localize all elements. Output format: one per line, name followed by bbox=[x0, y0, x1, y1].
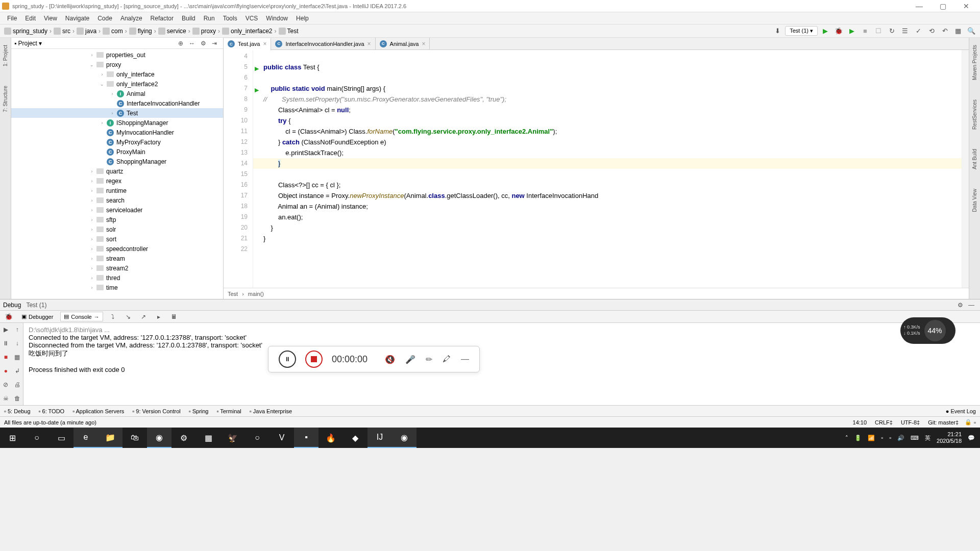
project-tree[interactable]: ›properties_out⌄proxy›only_interface⌄onl… bbox=[11, 49, 223, 299]
tree-item-test[interactable]: ›CTest bbox=[11, 108, 223, 118]
softwrap-icon[interactable]: ↲ bbox=[12, 364, 23, 378]
menu-window[interactable]: Window bbox=[262, 15, 292, 22]
pause-record-button[interactable]: ⏸ bbox=[279, 350, 296, 368]
settings-icon[interactable]: ⚙ bbox=[172, 428, 196, 448]
tree-item-animal[interactable]: ›IAnimal bbox=[11, 89, 223, 98]
breadcrumb-spring_study[interactable]: spring_study bbox=[3, 28, 48, 35]
step-out-icon[interactable]: ↗ bbox=[138, 311, 149, 322]
hide-icon[interactable]: ⇥ bbox=[209, 38, 220, 49]
tree-item-thred[interactable]: ›thred bbox=[11, 273, 223, 283]
console-output[interactable]: D:\soft\jdk\jdk1.8\bin\java ...Connected… bbox=[23, 323, 980, 405]
close-tab-icon[interactable]: × bbox=[263, 40, 266, 47]
pen-off-icon[interactable]: ✏ bbox=[426, 355, 432, 364]
app5-icon[interactable]: 🔥 bbox=[318, 428, 343, 448]
vcs-history-icon[interactable]: ⟲ bbox=[926, 26, 937, 37]
tool-5-debug[interactable]: ▫ 5: Debug bbox=[4, 408, 31, 414]
chrome-icon[interactable]: ◉ bbox=[147, 428, 172, 448]
menu-navigate[interactable]: Navigate bbox=[61, 15, 93, 22]
structure-icon[interactable]: ▦ bbox=[952, 26, 964, 37]
step-into-icon[interactable]: ↘ bbox=[122, 311, 134, 322]
cortana-icon[interactable]: ○ bbox=[24, 428, 49, 448]
evaluate-icon[interactable]: 🖩 bbox=[168, 311, 180, 322]
tool-spring[interactable]: ▫ Spring bbox=[189, 408, 209, 414]
app3-icon[interactable]: ○ bbox=[245, 428, 270, 448]
tool-application-servers[interactable]: ▫ Application Servers bbox=[72, 408, 124, 414]
tab-animal[interactable]: CAnimal.java× bbox=[376, 38, 430, 50]
tree-item-stream2[interactable]: ›stream2 bbox=[11, 263, 223, 273]
event-log[interactable]: ● Event Log bbox=[946, 408, 976, 414]
mic-icon[interactable]: 🎤 bbox=[405, 355, 415, 364]
tree-item-stream[interactable]: ›stream bbox=[11, 254, 223, 263]
make-icon[interactable]: ⬇ bbox=[772, 26, 783, 37]
app2-icon[interactable]: 🦅 bbox=[220, 428, 245, 448]
tree-item-solr[interactable]: ›solr bbox=[11, 224, 223, 234]
ant-tool-tab[interactable]: Ant Build bbox=[972, 147, 977, 171]
menu-edit[interactable]: Edit bbox=[21, 15, 40, 22]
debug-hide-icon[interactable]: — bbox=[966, 299, 977, 311]
menu-vcs[interactable]: VCS bbox=[241, 15, 262, 22]
tree-item-sftp[interactable]: ›sftp bbox=[11, 215, 223, 224]
tree-item-runtime[interactable]: ›runtime bbox=[11, 186, 223, 195]
debug-button[interactable]: 🐞 bbox=[833, 26, 844, 37]
maven-tool-tab[interactable]: Maven Projects bbox=[972, 43, 977, 82]
run-button[interactable]: ▶ bbox=[820, 26, 831, 37]
search-icon[interactable]: 🔍 bbox=[966, 26, 977, 37]
bc-method[interactable]: main() bbox=[248, 291, 264, 297]
tree-item-sort[interactable]: ›sort bbox=[11, 234, 223, 244]
tree-item-properties_out[interactable]: ›properties_out bbox=[11, 50, 223, 60]
vcs-branch-icon[interactable]: ☰ bbox=[899, 26, 911, 37]
menu-refactor[interactable]: Refactor bbox=[146, 15, 178, 22]
tree-item-serviceloader[interactable]: ›serviceloader bbox=[11, 205, 223, 215]
settings-icon[interactable]: ⚙ bbox=[198, 38, 209, 49]
tree-item-myproxyfactory[interactable]: CMyProxyFactory bbox=[11, 137, 223, 147]
minimize-button[interactable]: — bbox=[908, 1, 931, 12]
menu-help[interactable]: Help bbox=[292, 15, 313, 22]
start-button[interactable]: ⊞ bbox=[0, 428, 24, 448]
recorder-app-icon[interactable]: ◉ bbox=[392, 428, 416, 448]
console-tab[interactable]: ▤ Console → bbox=[60, 312, 103, 321]
stop-button[interactable]: ■ bbox=[860, 26, 871, 37]
status-more-icon[interactable]: ▫ bbox=[974, 419, 976, 425]
explorer-icon[interactable]: 📁 bbox=[98, 428, 122, 448]
breadcrumb-flying[interactable]: flying bbox=[128, 28, 153, 35]
code-editor[interactable]: public class Test { public static void m… bbox=[253, 50, 962, 288]
vcs-push-icon[interactable]: ✓ bbox=[913, 26, 924, 37]
edge-icon[interactable]: e bbox=[74, 428, 98, 448]
menu-run[interactable]: Run bbox=[200, 15, 219, 22]
trash-icon[interactable]: 🗑 bbox=[12, 391, 23, 405]
power-icon[interactable]: 🔋 bbox=[854, 435, 862, 441]
close-tab-icon[interactable]: × bbox=[422, 40, 425, 47]
coverage-button[interactable]: ▶ bbox=[846, 26, 857, 37]
tree-item-proxy[interactable]: ⌄proxy bbox=[11, 60, 223, 69]
locate-icon[interactable]: ⊕ bbox=[175, 38, 186, 49]
resume-icon[interactable]: ▶ bbox=[0, 323, 12, 337]
tree-item-search[interactable]: ›search bbox=[11, 195, 223, 205]
update-button[interactable]: ↻ bbox=[886, 26, 897, 37]
breadcrumb-proxy[interactable]: proxy bbox=[191, 28, 217, 35]
tool-terminal[interactable]: ▫ Terminal bbox=[216, 408, 241, 414]
close-tab-icon[interactable]: × bbox=[368, 40, 371, 47]
menu-build[interactable]: Build bbox=[178, 15, 200, 22]
breadcrumb-only_interface2[interactable]: only_interface2 bbox=[221, 28, 273, 35]
menu-file[interactable]: File bbox=[3, 15, 21, 22]
terminal-icon[interactable]: ▪ bbox=[294, 428, 318, 448]
debugger-tab[interactable]: ▣ Debugger bbox=[18, 312, 56, 321]
menu-view[interactable]: View bbox=[40, 15, 61, 22]
run-to-cursor-icon[interactable]: ▸ bbox=[153, 311, 164, 322]
attach-button[interactable]: ☐ bbox=[873, 26, 884, 37]
kill-icon[interactable]: ☠ bbox=[0, 391, 12, 405]
rerun-icon[interactable]: 🐞 bbox=[3, 311, 14, 322]
line-ending[interactable]: CRLF‡ bbox=[875, 419, 893, 425]
tree-item-interfaceinvocationhandler[interactable]: CInterfaceInvocationHandler bbox=[11, 98, 223, 108]
tree-item-shoppingmanager[interactable]: CShoppingManager bbox=[11, 157, 223, 166]
pause-icon[interactable]: ⏸ bbox=[0, 337, 12, 350]
breadcrumb-test[interactable]: Test bbox=[278, 28, 300, 35]
tree-item-speedcontroller[interactable]: ›speedcontroller bbox=[11, 244, 223, 254]
mute-icon[interactable]: ⊘ bbox=[0, 378, 12, 391]
print-icon[interactable]: 🖨 bbox=[12, 378, 23, 391]
tray-expand-icon[interactable]: ˄ bbox=[845, 435, 848, 441]
breadcrumb-service[interactable]: service bbox=[157, 28, 187, 35]
git-branch[interactable]: Git: master‡ bbox=[928, 419, 959, 425]
tree-item-quartz[interactable]: ›quartz bbox=[11, 166, 223, 176]
up-icon[interactable]: ↑ bbox=[12, 323, 23, 337]
